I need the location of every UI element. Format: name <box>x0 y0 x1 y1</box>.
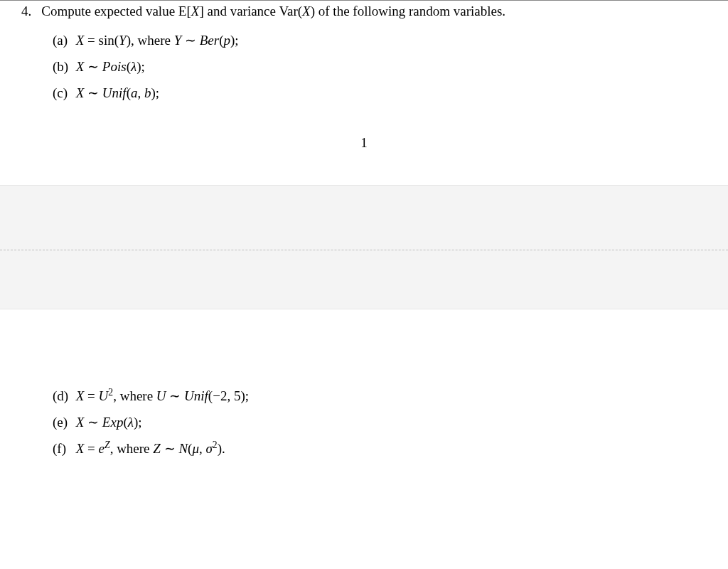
problem-prompt: Compute expected value E[X] and variance… <box>41 4 505 19</box>
page-top-section: 4. Compute expected value E[X] and varia… <box>0 0 728 151</box>
item-c: (c) X ∼ Unif(a, b); <box>53 85 708 101</box>
problem-number: 4. <box>21 4 31 19</box>
item-label: (f) <box>53 441 73 457</box>
item-d: (d) X = U2, where U ∼ Unif(−2, 5); <box>53 388 708 404</box>
item-b: (b) X ∼ Pois(λ); <box>53 58 708 75</box>
item-body: X ∼ Unif(a, b); <box>76 85 159 100</box>
page-break-dashed-line <box>0 250 728 250</box>
page-break-border-top <box>0 185 728 186</box>
item-label: (b) <box>53 59 73 75</box>
item-body: X = U2, where U ∼ Unif(−2, 5); <box>76 388 249 403</box>
item-label: (a) <box>53 33 73 48</box>
page-break-band <box>0 185 728 309</box>
page-bottom-section: (d) X = U2, where U ∼ Unif(−2, 5); (e) X… <box>0 309 728 457</box>
item-body: X = eZ, where Z ∼ N(μ, σ2). <box>76 441 225 456</box>
page-number: 1 <box>20 135 708 151</box>
item-f: (f) X = eZ, where Z ∼ N(μ, σ2). <box>53 440 708 457</box>
item-e: (e) X ∼ Exp(λ); <box>53 414 708 430</box>
sub-items-bottom: (d) X = U2, where U ∼ Unif(−2, 5); (e) X… <box>53 388 708 457</box>
item-body: X = sin(Y), where Y ∼ Ber(p); <box>76 33 239 48</box>
problem-heading: 4. Compute expected value E[X] and varia… <box>21 4 708 19</box>
item-label: (e) <box>53 415 73 430</box>
item-body: X ∼ Pois(λ); <box>76 59 145 74</box>
item-body: X ∼ Exp(λ); <box>76 415 142 430</box>
item-a: (a) X = sin(Y), where Y ∼ Ber(p); <box>53 32 708 48</box>
item-label: (c) <box>53 85 73 101</box>
page-break-border-bottom <box>0 309 728 309</box>
page-break-region <box>0 185 728 309</box>
item-label: (d) <box>53 388 73 404</box>
sub-items-top: (a) X = sin(Y), where Y ∼ Ber(p); (b) X … <box>53 32 708 101</box>
